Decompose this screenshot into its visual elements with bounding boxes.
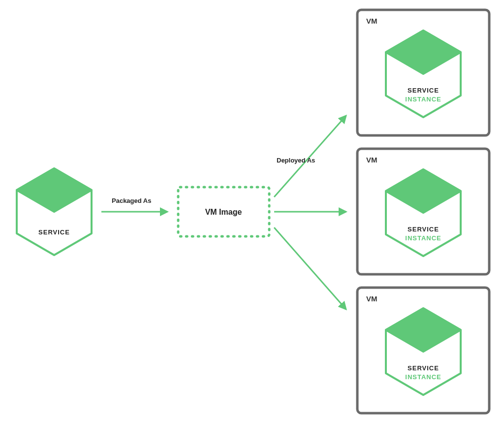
- vm-instance-3: VM SERVICE INSTANCE: [357, 288, 489, 413]
- instance-label-3a: SERVICE: [408, 364, 439, 372]
- vm-box-label-2: VM: [366, 156, 378, 164]
- deployed-as-label: Deployed As: [277, 157, 315, 164]
- vm-instance-2: VM SERVICE INSTANCE: [357, 149, 489, 274]
- instance-label-2a: SERVICE: [408, 226, 439, 233]
- packaged-as-label: Packaged As: [112, 197, 151, 204]
- vm-image-label: VM Image: [205, 208, 242, 216]
- vm-instance-1: VM SERVICE INSTANCE: [357, 10, 489, 135]
- vm-box-label-1: VM: [366, 17, 378, 25]
- vm-image-node: VM Image: [178, 187, 269, 236]
- instance-label-3b: INSTANCE: [405, 373, 441, 381]
- deployed-as-arrow-3: [274, 228, 346, 309]
- instance-label-1b: INSTANCE: [405, 96, 441, 103]
- instance-label-1a: SERVICE: [408, 87, 439, 94]
- service-label: SERVICE: [38, 228, 70, 236]
- instance-label-2b: INSTANCE: [405, 234, 441, 242]
- vm-box-label-3: VM: [366, 294, 378, 303]
- diagram-canvas: SERVICE Packaged As VM Image Deployed As…: [0, 0, 504, 424]
- service-node: SERVICE: [17, 168, 92, 255]
